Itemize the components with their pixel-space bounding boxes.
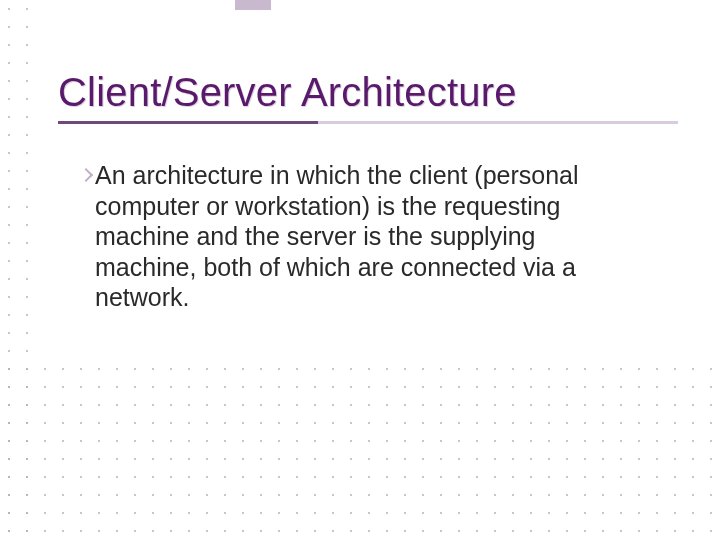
dotted-grid-bottom bbox=[0, 360, 720, 540]
slide-body: An architecture in which the client (per… bbox=[95, 160, 605, 313]
slide-title: Client/Server Architecture bbox=[58, 70, 680, 115]
bullet-chevron-icon bbox=[79, 168, 93, 182]
title-block: Client/Server Architecture bbox=[58, 70, 680, 124]
slide: Client/Server Architecture An architectu… bbox=[0, 0, 720, 540]
body-block: An architecture in which the client (per… bbox=[95, 160, 605, 313]
title-underline bbox=[58, 121, 678, 124]
accent-tab bbox=[235, 0, 271, 10]
dotted-grid-left bbox=[0, 0, 36, 540]
